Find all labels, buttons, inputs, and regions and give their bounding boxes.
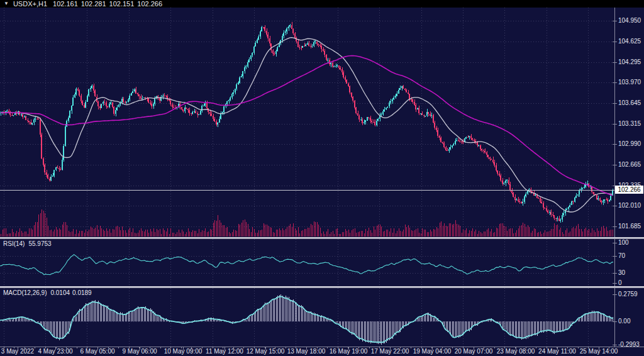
macd-panel-title: MACD(12,26,9) 0.0104 0.0189 xyxy=(3,289,92,296)
ohlc-high: 102.281 xyxy=(81,0,106,8)
chart-title-bar: ▼ USDX+,H1 102.161 102.281 102.151 102.2… xyxy=(0,0,644,8)
symbol-dropdown-icon[interactable]: ▼ xyxy=(4,0,9,8)
price-axis[interactable] xyxy=(614,8,644,347)
last-price-tag: 102.266 xyxy=(615,186,643,194)
ohlc-open: 102.161 xyxy=(53,0,78,8)
rsi-panel-title: RSI(14) 55.9753 xyxy=(3,240,52,247)
symbol-period-label: USDX+,H1 xyxy=(13,0,47,8)
ohlc-low: 102.151 xyxy=(109,0,135,8)
macd-label: MACD(12,26,9) xyxy=(3,289,47,296)
trading-chart-window: ▼ USDX+,H1 102.161 102.281 102.151 102.2… xyxy=(0,0,644,356)
rsi-label: RSI(14) xyxy=(3,240,25,247)
macd-value-main: 0.0104 xyxy=(50,289,70,296)
ohlc-close: 102.266 xyxy=(137,0,162,8)
macd-panel-splitter[interactable] xyxy=(0,286,644,288)
chart-canvas[interactable] xyxy=(0,0,644,356)
time-axis[interactable] xyxy=(0,347,644,356)
macd-value-signal: 0.0189 xyxy=(72,289,92,296)
rsi-panel-splitter[interactable] xyxy=(0,237,644,239)
rsi-value: 55.9753 xyxy=(28,240,51,247)
